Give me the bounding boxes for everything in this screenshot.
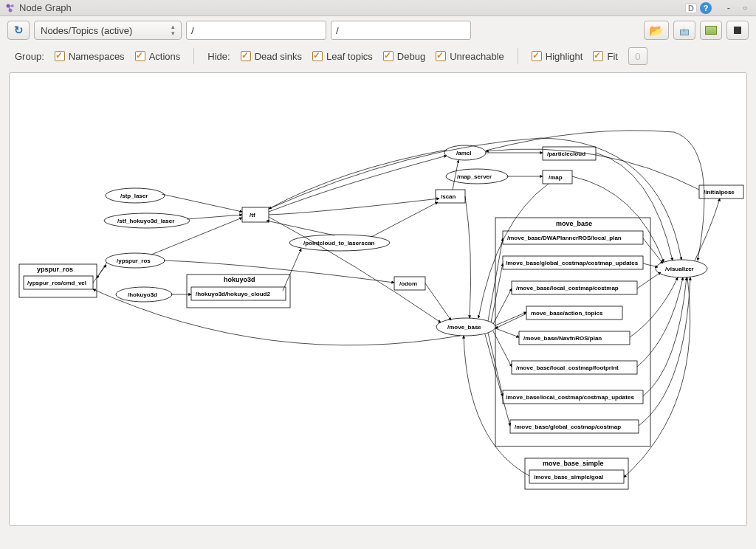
- svg-text:/initialpose: /initialpose: [704, 189, 735, 196]
- chevron-updown-icon: ▴▾: [171, 24, 175, 37]
- checkbox-fit[interactable]: Fit: [593, 51, 617, 62]
- svg-text:/visualizer: /visualizer: [665, 266, 694, 272]
- check-icon: [312, 51, 323, 61]
- edge: [464, 336, 529, 476]
- edge: [93, 265, 106, 283]
- svg-text:/move_base/DWAPlannerROS/local: /move_base/DWAPlannerROS/local_plan: [507, 235, 622, 241]
- checkbox-debug[interactable]: Debug: [383, 51, 425, 62]
- check-icon: [532, 51, 542, 61]
- edge: [478, 184, 549, 318]
- checkbox-dead-sinks[interactable]: Dead sinks: [241, 51, 302, 62]
- svg-text:/pointcloud_to_laserscan: /pointcloud_to_laserscan: [303, 240, 375, 246]
- checkbox-highlight[interactable]: Highlight: [532, 51, 583, 62]
- svg-text:/move_base/local_costmap/costm: /move_base/local_costmap/costmap_updates: [506, 394, 634, 401]
- window-title: Node Graph: [19, 2, 72, 13]
- checkbox-leaf-topics[interactable]: Leaf topics: [312, 51, 373, 62]
- check-icon: [383, 51, 394, 61]
- svg-text:/particlecloud: /particlecloud: [547, 151, 585, 157]
- check-icon: [593, 51, 603, 61]
- node-filter-input[interactable]: [186, 21, 326, 40]
- edge: [269, 198, 439, 215]
- edge: [493, 331, 512, 367]
- separator: [518, 48, 518, 64]
- edge: [162, 194, 242, 212]
- d-icon[interactable]: D: [685, 3, 697, 13]
- check-icon: [241, 51, 251, 61]
- save-image-button[interactable]: [700, 21, 722, 40]
- edge: [637, 272, 661, 289]
- svg-text:/map_server: /map_server: [457, 173, 492, 180]
- group-label: move_base_simple: [543, 460, 604, 467]
- group-label: ypspur_ros: [37, 266, 73, 273]
- zoom-level-box[interactable]: 0: [628, 47, 647, 65]
- edge: [269, 217, 441, 322]
- edge: [269, 150, 447, 209]
- svg-text:/hokuyo3d: /hokuyo3d: [128, 291, 157, 298]
- svg-text:/scan: /scan: [441, 193, 456, 200]
- edge: [493, 289, 512, 324]
- check-icon: [135, 51, 145, 61]
- edge: [637, 277, 683, 367]
- save-icon: ↓: [678, 25, 690, 35]
- stop-icon: [734, 27, 741, 34]
- edge: [371, 202, 438, 237]
- edge: [465, 196, 471, 318]
- edge: [495, 314, 526, 328]
- checkbox-namespaces[interactable]: Namespaces: [55, 51, 125, 62]
- svg-text:/amcl: /amcl: [456, 150, 471, 156]
- svg-text:/hokuyo3d/hokuyo_cloud2: /hokuyo3d/hokuyo_cloud2: [196, 291, 270, 297]
- svg-text:/move_base_simple/goal: /move_base_simple/goal: [534, 474, 603, 480]
- hide-label: Hide:: [207, 51, 230, 62]
- edge: [269, 156, 447, 212]
- folder-open-icon: 📂: [649, 24, 664, 38]
- topic-tf[interactable]: [242, 207, 269, 222]
- topic-filter-input[interactable]: [331, 21, 471, 40]
- checkbox-actions[interactable]: Actions: [135, 51, 181, 62]
- group-label: Group:: [15, 51, 44, 62]
- edge: [643, 238, 663, 263]
- edge: [164, 260, 394, 283]
- svg-text:/move_base/global_costmap/cost: /move_base/global_costmap/costmap_update…: [506, 260, 639, 266]
- edge: [695, 198, 720, 260]
- svg-text:/ypspur_ros: /ypspur_ros: [117, 258, 151, 264]
- edge: [267, 221, 334, 235]
- open-button[interactable]: 📂: [644, 21, 669, 40]
- options-bar: Group: Namespaces Actions Hide: Dead sin…: [0, 43, 756, 72]
- dropdown-label: Nodes/Topics (active): [41, 25, 132, 36]
- app-icon: [4, 2, 16, 14]
- edge: [624, 277, 690, 477]
- node-graph-svg: ypspur_ros /ypspur_ros/cmd_vel hokuyo3d …: [10, 73, 747, 526]
- group-label: move_base: [556, 220, 592, 227]
- svg-text:/map: /map: [549, 174, 563, 181]
- svg-text:move_base/action_topics: move_base/action_topics: [531, 310, 603, 317]
- edge: [643, 277, 687, 396]
- help-icon[interactable]: ?: [700, 2, 712, 14]
- svg-text:/move_base/local_costmap/costm: /move_base/local_costmap/costmap: [516, 285, 619, 291]
- check-icon: [436, 51, 446, 61]
- edge: [187, 215, 242, 219]
- svg-text:/move_base/local_costmap/footp: /move_base/local_costmap/footprint: [516, 365, 619, 371]
- image-save-icon: [705, 26, 717, 35]
- edge: [639, 277, 690, 426]
- svg-text:/move_base: /move_base: [447, 324, 481, 331]
- check-icon: [55, 51, 65, 61]
- separator: [193, 48, 194, 64]
- view-mode-dropdown[interactable]: Nodes/Topics (active) ▴▾: [34, 21, 182, 40]
- group-label: hokuyo3d: [224, 276, 255, 283]
- refresh-icon: ↻: [14, 24, 24, 37]
- stop-button[interactable]: [726, 21, 749, 40]
- svg-text:/move_base/NavfnROS/plan: /move_base/NavfnROS/plan: [523, 335, 602, 342]
- refresh-button[interactable]: ↻: [7, 21, 30, 40]
- svg-text:/tf: /tf: [250, 212, 255, 218]
- maximize-button[interactable]: ○: [738, 1, 752, 15]
- svg-text:/move_base/global_costmap/cost: /move_base/global_costmap/costmap: [515, 424, 621, 430]
- edge: [572, 176, 664, 262]
- edge: [485, 334, 510, 426]
- svg-text:/odom: /odom: [399, 280, 417, 287]
- graph-canvas[interactable]: ypspur_ros /ypspur_ros/cmd_vel hokuyo3d …: [9, 72, 747, 526]
- minimize-button[interactable]: -: [722, 1, 735, 15]
- checkbox-unreachable[interactable]: Unreachable: [436, 51, 504, 62]
- svg-text:/ypspur_ros/cmd_vel: /ypspur_ros/cmd_vel: [27, 280, 86, 286]
- edge: [495, 312, 526, 325]
- save-button[interactable]: ↓: [673, 21, 695, 40]
